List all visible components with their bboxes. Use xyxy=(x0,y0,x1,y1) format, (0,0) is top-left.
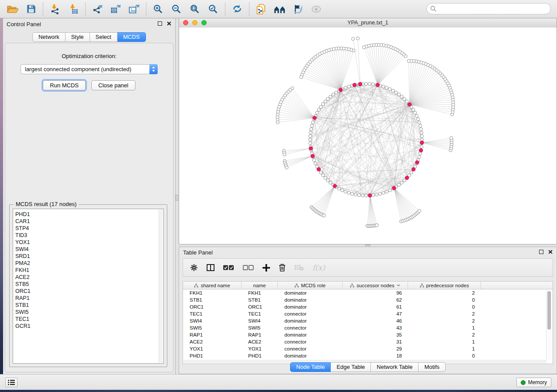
mcds-result-item[interactable]: GCR1 xyxy=(15,323,163,330)
cell-successor-nodes[interactable]: 47 xyxy=(343,311,408,316)
cell-successor-nodes[interactable]: 62 xyxy=(343,297,408,303)
zoom-fit-button[interactable] xyxy=(188,3,201,15)
mcds-result-item[interactable]: SRD1 xyxy=(15,253,163,260)
cell-shared-name[interactable]: RAP1 xyxy=(183,332,242,337)
cell-predecessor-nodes[interactable]: 2 xyxy=(408,311,481,316)
cell-shared-name[interactable]: STB1 xyxy=(183,297,242,303)
cell-MCDS-role[interactable]: dominator xyxy=(278,353,343,358)
zoom-in-button[interactable] xyxy=(152,3,165,15)
table-settings-button[interactable] xyxy=(190,264,198,272)
table-row[interactable]: RAP1RAP1dominator352 xyxy=(183,331,553,338)
cell-successor-nodes[interactable]: 18 xyxy=(343,353,408,358)
cell-name[interactable]: ACE2 xyxy=(242,339,278,344)
cell-predecessor-nodes[interactable]: 0 xyxy=(408,297,481,303)
hide-selected-button[interactable] xyxy=(291,3,304,15)
show-panels-button[interactable] xyxy=(5,378,17,387)
tab-edge-table[interactable]: Edge Table xyxy=(331,362,371,372)
network-graph[interactable] xyxy=(179,28,557,244)
import-table-button[interactable] xyxy=(67,3,80,15)
close-mcds-panel-button[interactable]: Close panel xyxy=(91,80,135,90)
export-image-button[interactable] xyxy=(128,3,141,15)
table-row[interactable]: ORC1ORC1dominator610 xyxy=(183,303,553,310)
cell-successor-nodes[interactable]: 46 xyxy=(343,318,408,323)
column-header-successor-nodes[interactable]: successor nodes xyxy=(343,282,408,289)
column-header-name[interactable]: name xyxy=(242,282,278,289)
cell-MCDS-role[interactable]: dominator xyxy=(278,290,343,296)
clone-network-button[interactable] xyxy=(255,3,268,15)
first-neighbors-button[interactable] xyxy=(273,3,286,15)
column-header-predecessor-nodes[interactable]: predecessor nodes xyxy=(408,282,481,289)
cell-shared-name[interactable]: SWI5 xyxy=(183,325,242,330)
cell-shared-name[interactable]: ACE2 xyxy=(183,339,242,344)
cell-shared-name[interactable]: PHD1 xyxy=(183,353,242,358)
cell-predecessor-nodes[interactable]: 1 xyxy=(408,346,481,351)
float-panel-icon[interactable] xyxy=(158,21,162,26)
tab-mcds[interactable]: MCDS xyxy=(118,32,146,42)
function-builder-button[interactable]: f(x) xyxy=(312,263,325,272)
clear-selection-button[interactable] xyxy=(243,265,254,270)
cell-successor-nodes[interactable]: 61 xyxy=(343,304,408,309)
window-minimize-button[interactable] xyxy=(192,20,197,25)
network-canvas[interactable] xyxy=(179,28,557,244)
scrollbar-thumb[interactable] xyxy=(547,291,551,330)
float-table-panel-icon[interactable] xyxy=(539,250,543,254)
cell-predecessor-nodes[interactable]: 1 xyxy=(408,339,481,344)
tab-network[interactable]: Network xyxy=(32,32,66,42)
search-box[interactable] xyxy=(426,3,551,14)
cell-name[interactable]: RAP1 xyxy=(242,332,278,337)
cell-successor-nodes[interactable]: 43 xyxy=(343,325,408,330)
table-row[interactable]: SWI5SWI5connector431 xyxy=(183,324,553,331)
table-row[interactable]: YOX1YOX1connector291 xyxy=(183,345,553,352)
cell-shared-name[interactable]: ORC1 xyxy=(183,304,242,309)
table-row[interactable]: SWI4SWI4dominator462 xyxy=(183,317,553,324)
cell-predecessor-nodes[interactable]: 1 xyxy=(408,325,481,330)
cell-name[interactable]: FKH1 xyxy=(242,290,278,296)
table-row[interactable]: STB1STB1dominator620 xyxy=(183,296,553,303)
mcds-result-item[interactable]: PHD1 xyxy=(15,211,163,218)
result-list-scrollbar[interactable] xyxy=(159,210,163,363)
mcds-result-item[interactable]: RAP1 xyxy=(15,295,163,302)
tab-select[interactable]: Select xyxy=(90,32,118,42)
cell-MCDS-role[interactable]: connector xyxy=(278,339,343,344)
table-vertical-scrollbar[interactable] xyxy=(546,290,552,360)
tab-network-table[interactable]: Network Table xyxy=(371,362,419,372)
cell-name[interactable]: SWI4 xyxy=(242,318,278,323)
refresh-view-button[interactable] xyxy=(231,3,244,15)
vertical-splitter[interactable] xyxy=(176,18,179,374)
window-zoom-button[interactable] xyxy=(201,20,207,25)
mcds-result-item[interactable]: TEC1 xyxy=(15,316,163,323)
tab-node-table[interactable]: Node Table xyxy=(290,362,331,372)
run-mcds-button[interactable]: Run MCDS xyxy=(43,80,86,90)
cell-name[interactable]: ORC1 xyxy=(242,304,278,309)
cell-predecessor-nodes[interactable]: 2 xyxy=(408,290,481,296)
zoom-selected-button[interactable] xyxy=(207,3,220,15)
export-network-button[interactable] xyxy=(91,3,104,15)
mcds-result-item[interactable]: STP4 xyxy=(15,225,163,232)
mcds-result-item[interactable]: SWI4 xyxy=(15,246,163,253)
mcds-result-item[interactable]: STB1 xyxy=(15,302,163,309)
horizontal-splitter-handle[interactable] xyxy=(365,244,370,246)
cell-successor-nodes[interactable]: 35 xyxy=(343,332,408,337)
memory-button[interactable]: Memory xyxy=(516,378,551,387)
cell-MCDS-role[interactable]: connector xyxy=(278,325,343,330)
mcds-result-item[interactable]: PMA2 xyxy=(15,260,163,267)
cell-successor-nodes[interactable]: 29 xyxy=(343,346,408,351)
cell-MCDS-role[interactable]: connector xyxy=(278,311,343,316)
chevron-down-icon[interactable] xyxy=(397,284,400,287)
tab-style[interactable]: Style xyxy=(66,32,90,42)
network-window-titlebar[interactable]: YPA_prune.txt_1 xyxy=(179,18,557,28)
import-network-button[interactable] xyxy=(48,3,62,15)
column-visibility-button[interactable] xyxy=(207,264,214,271)
export-table-button[interactable] xyxy=(109,3,122,15)
cell-MCDS-role[interactable]: dominator xyxy=(278,304,343,309)
save-session-button[interactable] xyxy=(24,3,38,15)
cell-name[interactable]: STB1 xyxy=(242,297,278,303)
cell-predecessor-nodes[interactable]: 0 xyxy=(408,304,481,309)
table-row[interactable]: TEC1TEC1connector472 xyxy=(183,310,553,317)
cell-name[interactable]: TEC1 xyxy=(242,311,278,316)
mcds-result-item[interactable]: ORC1 xyxy=(15,288,163,295)
cell-successor-nodes[interactable]: 31 xyxy=(343,339,408,344)
show-all-button[interactable] xyxy=(310,3,323,15)
cell-shared-name[interactable]: SWI4 xyxy=(183,318,242,323)
tab-motifs[interactable]: Motifs xyxy=(419,362,446,372)
